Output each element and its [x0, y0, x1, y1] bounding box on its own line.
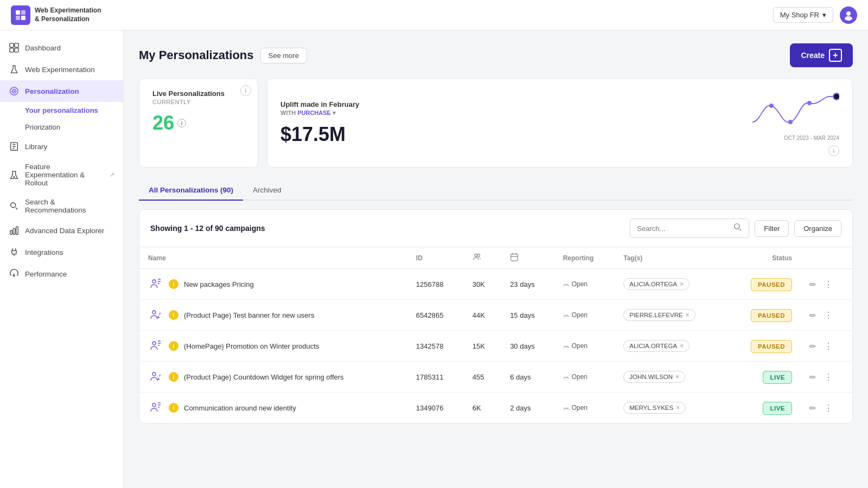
create-button[interactable]: Create +	[790, 43, 853, 67]
reporting-status[interactable]: Open	[572, 311, 588, 319]
more-options-icon[interactable]: ⋮	[824, 403, 833, 413]
search-nav-icon	[9, 201, 20, 211]
sidebar-item-performance[interactable]: Performance	[0, 263, 123, 285]
wave-chart	[752, 89, 839, 133]
reporting-status[interactable]: Open	[572, 280, 588, 288]
tag-cell: JOHN.WILSON ×	[615, 362, 727, 393]
edit-icon[interactable]: ✏	[809, 373, 816, 382]
sidebar-item-search-recommendations[interactable]: Search & Recommendations	[0, 192, 123, 220]
reporting: Open	[554, 269, 615, 300]
filter-button[interactable]: Filter	[755, 220, 789, 237]
search-input[interactable]	[637, 224, 729, 233]
reporting-status[interactable]: Open	[572, 342, 588, 350]
more-options-icon[interactable]: ⋮	[824, 311, 833, 320]
svg-point-12	[14, 91, 15, 92]
tag-remove-icon[interactable]: ×	[680, 280, 684, 288]
sidebar-item-feature-experimentation[interactable]: Feature Experimentation & Rollout ↗	[0, 157, 123, 192]
sidebar-item-personalization[interactable]: Personalization	[0, 80, 123, 102]
sidebar-item-advanced-data-explorer[interactable]: Advanced Data Explorer	[0, 220, 123, 241]
sidebar-item-dashboard[interactable]: Dashboard	[0, 37, 123, 59]
sidebar-item-web-experimentation[interactable]: Web Experimentation	[0, 59, 123, 80]
tag-chip: MERYL.SYKES ×	[623, 402, 686, 414]
svg-point-31	[152, 403, 156, 407]
svg-point-20	[788, 120, 793, 124]
days: 6 days	[501, 362, 554, 393]
tab-all-personalizations[interactable]: All Personalizations (90)	[139, 181, 243, 201]
page-title: My Personalizations	[139, 48, 254, 62]
tag-remove-icon[interactable]: ×	[676, 404, 680, 412]
uplift-info-icon[interactable]: i	[828, 145, 839, 156]
more-options-icon[interactable]: ⋮	[824, 280, 833, 289]
sidebar-item-library[interactable]: Library	[0, 136, 123, 157]
logo-icon	[11, 5, 30, 25]
reporting-status[interactable]: Open	[572, 404, 588, 412]
svg-point-24	[475, 254, 477, 256]
sidebar-sub-item-priorization[interactable]: Priorization	[0, 119, 123, 136]
logo: Web Experimentation & Personalization	[11, 5, 101, 25]
edit-icon[interactable]: ✏	[809, 311, 816, 320]
tag-remove-icon[interactable]: ×	[675, 373, 679, 381]
status-cell: LIVE	[727, 393, 801, 423]
reporting-status[interactable]: Open	[572, 373, 588, 381]
plug-icon	[9, 247, 20, 258]
tag-remove-icon[interactable]: ×	[680, 342, 684, 350]
name-cell: i Communication around new identity	[139, 393, 407, 423]
actions-cell: ✏ ⋮	[801, 331, 852, 362]
page-header: My Personalizations See more Create +	[139, 43, 853, 67]
avatar[interactable]	[840, 7, 857, 24]
actions-cell: ✏ ⋮	[801, 269, 852, 300]
sidebar-item-integrations[interactable]: Integrations	[0, 241, 123, 263]
campaign-name: (Product Page) Countdown Widget for spri…	[184, 373, 344, 381]
reporting-icon	[563, 374, 570, 380]
sidebar-label-library: Library	[25, 143, 47, 151]
tag-label: JOHN.WILSON	[629, 374, 673, 380]
table-actions: Filter Organize	[630, 219, 841, 238]
stats-row: Live Personalizations CURRENTLY 26 i i U…	[139, 78, 853, 168]
logo-text: Web Experimentation & Personalization	[35, 7, 101, 23]
sidebar-sub-item-your-personalizations[interactable]: Your personalizations	[0, 102, 123, 119]
sidebar-label-feature-exp: Feature Experimentation & Rollout	[25, 163, 104, 187]
tabs-row: All Personalizations (90) Archived	[139, 181, 853, 201]
status-badge: PAUSED	[751, 278, 792, 291]
sidebar-label-integrations: Integrations	[25, 248, 63, 256]
edit-icon[interactable]: ✏	[809, 280, 816, 289]
status-cell: PAUSED	[727, 269, 801, 300]
visitors: 30K	[464, 269, 501, 300]
col-id: ID	[407, 247, 464, 269]
sidebar-label-search-rec: Search & Recommendations	[25, 198, 114, 214]
col-actions	[801, 247, 852, 269]
tag-remove-icon[interactable]: ×	[686, 311, 690, 319]
svg-point-28	[152, 311, 156, 314]
tag-chip: PIERRE.LEFEVRE ×	[623, 309, 695, 321]
visitors: 15K	[464, 331, 501, 362]
header-left: Web Experimentation & Personalization	[11, 5, 101, 25]
sidebar-label-personalization: Personalization	[25, 87, 79, 95]
card-info-button[interactable]: i	[240, 85, 251, 96]
campaign-name: (HomePage) Promotion on Winter products	[184, 342, 319, 350]
more-options-icon[interactable]: ⋮	[824, 373, 833, 382]
page-title-row: My Personalizations See more	[139, 48, 307, 63]
edit-icon[interactable]: ✏	[809, 403, 816, 413]
target-icon	[9, 86, 20, 97]
live-info-icon[interactable]: i	[177, 119, 186, 127]
tag-cell: MERYL.SYKES ×	[615, 393, 727, 423]
stat-sublabel-live: CURRENTLY	[152, 99, 245, 105]
info-badge: i	[169, 310, 178, 320]
shop-selector[interactable]: My Shop FR ▾	[773, 7, 833, 23]
status-badge: LIVE	[763, 402, 792, 415]
reporting: Open	[554, 393, 615, 423]
more-options-icon[interactable]: ⋮	[824, 342, 833, 351]
tab-archived[interactable]: Archived	[243, 181, 291, 201]
see-more-button[interactable]: See more	[260, 48, 307, 63]
table-row: i New packages Pricing 1256788 30K 23 da…	[139, 269, 852, 300]
shop-label: My Shop FR	[780, 11, 819, 19]
search-box[interactable]	[630, 219, 749, 238]
reporting: Open	[554, 331, 615, 362]
svg-point-30	[152, 373, 156, 376]
tag-chip: ALICIA.ORTEGA ×	[623, 340, 690, 352]
col-status: Status	[727, 247, 801, 269]
edit-icon[interactable]: ✏	[809, 342, 816, 351]
organize-button[interactable]: Organize	[794, 220, 841, 237]
tag-label: MERYL.SYKES	[629, 404, 673, 411]
svg-point-21	[807, 101, 812, 105]
